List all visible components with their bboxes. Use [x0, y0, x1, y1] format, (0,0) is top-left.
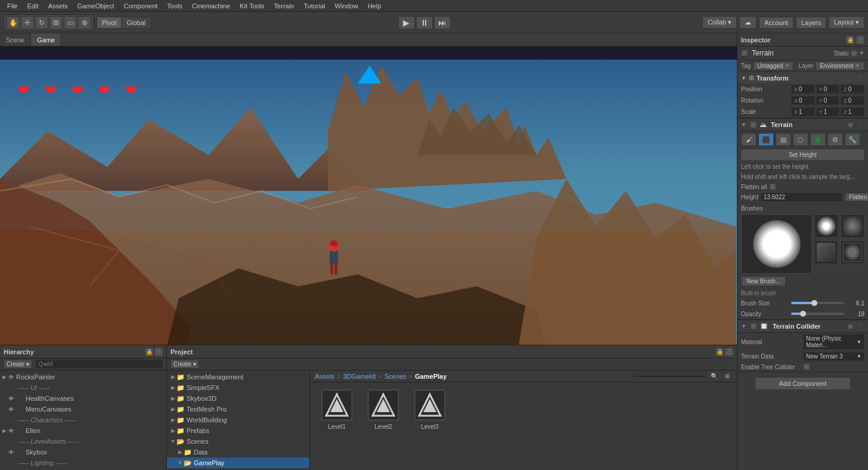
collider-more-btn[interactable]: ⋮: [856, 323, 864, 330]
play-btn[interactable]: ▶: [398, 16, 415, 29]
terrain-height-btn[interactable]: ⬛: [758, 133, 774, 146]
terrain-settings-tool-btn[interactable]: 🔧: [845, 133, 860, 146]
menu-assets[interactable]: Assets: [44, 2, 73, 10]
menu-gameobject[interactable]: GameObject: [73, 2, 119, 10]
inspector-menu-btn[interactable]: ⋮: [856, 36, 864, 44]
menu-terrain[interactable]: Terrain: [269, 2, 299, 10]
main-brush-preview[interactable]: [741, 214, 812, 274]
content-search-icon[interactable]: 🔍: [708, 373, 720, 379]
terrain-more-btn[interactable]: ⋮: [856, 122, 864, 128]
terrain-enabled-check[interactable]: ✓: [750, 121, 757, 128]
menu-kittools[interactable]: Kit Tools: [235, 2, 269, 10]
rot-y-field[interactable]: Y 0: [816, 96, 840, 105]
project-lock-btn[interactable]: 🔒: [715, 348, 724, 356]
new-brush-button[interactable]: New Brush...: [741, 276, 786, 286]
pivot-btn[interactable]: Pivot: [97, 17, 122, 28]
terrain-smooth-btn[interactable]: ▤: [776, 133, 791, 146]
project-menu-btn[interactable]: ⋮: [725, 348, 733, 356]
terrain-paint-btn[interactable]: 🖌: [741, 133, 757, 146]
pt-skybox3d[interactable]: ▶ 📁 Skybox3D: [167, 393, 309, 404]
pos-z-field[interactable]: Z 0: [841, 85, 864, 94]
breadcrumb-3dgamekit[interactable]: 3DGamekit: [343, 373, 376, 380]
menu-edit[interactable]: Edit: [23, 2, 44, 10]
h-item-menucanvases[interactable]: 👁 MenuCanvases: [0, 404, 166, 415]
breadcrumb-assets[interactable]: Assets: [315, 373, 334, 380]
layers-btn[interactable]: Layers: [796, 17, 826, 29]
scene-tab[interactable]: Scene: [0, 33, 31, 46]
hand-tool-btn[interactable]: ✋: [7, 16, 20, 29]
h-item-ellen[interactable]: ▶ 👁 Ellen: [0, 425, 166, 436]
global-btn[interactable]: Global: [122, 17, 150, 28]
hierarchy-menu-btn[interactable]: ⋮: [154, 348, 163, 356]
tag-dropdown[interactable]: Untagged ▼: [753, 61, 793, 70]
flatten-button[interactable]: Flatten: [845, 193, 868, 202]
brush-small-1[interactable]: [814, 214, 838, 238]
menu-cinemachine[interactable]: Cinemachine: [187, 2, 235, 10]
collider-settings-btn[interactable]: ⚙: [847, 323, 854, 330]
asset-level3[interactable]: Level3: [409, 388, 451, 430]
menu-tools[interactable]: Tools: [162, 2, 187, 10]
pt-simpleSFX[interactable]: ▶ 📁 SimpleSFX: [167, 382, 309, 393]
terrain-detail-btn[interactable]: ⚙: [827, 133, 843, 146]
asset-level2[interactable]: Level2: [362, 388, 404, 430]
menu-component[interactable]: Component: [119, 2, 162, 10]
terrain-stamp-btn[interactable]: ⬡: [793, 133, 808, 146]
layer-dropdown[interactable]: Environment ▼: [816, 61, 864, 70]
account-btn[interactable]: Account: [759, 17, 793, 29]
pt-textmesh[interactable]: ▶ 📁 TextMesh Pro: [167, 404, 309, 415]
terrain-data-dropdown[interactable]: New Terrain 3 ▼: [803, 352, 864, 361]
brush-small-3[interactable]: [841, 214, 864, 238]
transform-tool-btn[interactable]: ⊕: [78, 16, 91, 29]
flatten-checkbox[interactable]: ✓: [769, 183, 776, 190]
h-item-rockpainter[interactable]: ▶ 👁 RocksPainter: [0, 372, 166, 382]
pause-btn[interactable]: ⏸: [416, 16, 433, 29]
scale-tool-btn[interactable]: ⊞: [49, 16, 63, 29]
menu-window[interactable]: Window: [330, 2, 363, 10]
pos-x-field[interactable]: X 0: [791, 85, 815, 94]
object-active-toggle[interactable]: ✓: [741, 50, 748, 57]
h-item-healthcanvases[interactable]: 👁 HealthCanvases: [0, 393, 166, 404]
static-dropdown[interactable]: ▼: [859, 50, 864, 56]
scl-z-field[interactable]: Z 1: [841, 107, 864, 116]
transform-header[interactable]: ▼ ⊞ Transform ⋮: [737, 72, 868, 84]
brush-small-4[interactable]: [841, 240, 864, 264]
set-height-button[interactable]: Set Height: [741, 149, 864, 160]
inspector-lock-btn[interactable]: 🔒: [846, 36, 854, 44]
content-grid-btn[interactable]: ⊞: [723, 373, 732, 379]
rot-z-field[interactable]: Z 0: [841, 96, 864, 105]
terrain-component-header[interactable]: ▼ ✓ ⛰ Terrain ⚙ ⋮: [737, 118, 868, 131]
menu-file[interactable]: File: [2, 2, 23, 10]
move-tool-btn[interactable]: ✛: [21, 16, 34, 29]
breadcrumb-scenes[interactable]: Scenes: [385, 373, 407, 380]
rot-x-field[interactable]: X 0: [791, 96, 815, 105]
pt-prefabs[interactable]: ▶ 📁 Prefabs: [167, 425, 309, 436]
step-btn[interactable]: ⏭: [434, 16, 451, 29]
pt-scenemanagement[interactable]: ▶ 📁 SceneManagement: [167, 372, 309, 382]
collab-btn[interactable]: Collab ▾: [702, 16, 737, 29]
scl-y-field[interactable]: Y 1: [816, 107, 840, 116]
enable-tree-checkbox[interactable]: ✓: [803, 363, 810, 370]
scene-viewport[interactable]: Display 1 Free Aspect Scale 1x Maximize …: [0, 47, 737, 345]
rect-tool-btn[interactable]: ▭: [64, 16, 77, 29]
cloud-btn[interactable]: ☁: [739, 16, 757, 29]
brush-size-slider[interactable]: [791, 302, 844, 304]
opacity-slider[interactable]: [791, 313, 844, 315]
pt-worldbuilding[interactable]: ▶ 📁 WorldBuilding: [167, 415, 309, 425]
menu-tutorial[interactable]: Tutorial: [299, 2, 330, 10]
terrain-settings-btn[interactable]: ⚙: [847, 122, 854, 128]
project-create-btn[interactable]: Create ▾: [170, 360, 199, 369]
pt-gameplay[interactable]: ▼ 📂 GamePlay: [167, 457, 309, 468]
pt-scenes[interactable]: ▼ 📂 Scenes: [167, 436, 309, 447]
height-input[interactable]: [761, 193, 842, 202]
transform-settings[interactable]: ⋮: [856, 75, 864, 81]
game-tab[interactable]: Game: [31, 33, 61, 46]
scl-x-field[interactable]: X 1: [791, 107, 815, 116]
h-item-skybox[interactable]: 👁 Skybox: [0, 447, 166, 457]
add-component-button[interactable]: Add Component: [755, 377, 851, 390]
terrain-collider-header[interactable]: ▼ ✓ 🔲 Terrain Collider ⚙ ⋮: [737, 320, 868, 333]
layout-btn[interactable]: Layout ▾: [829, 16, 864, 29]
material-dropdown[interactable]: None (Physic Materi... ▼: [803, 334, 864, 350]
hierarchy-create-btn[interactable]: Create ▾: [4, 360, 32, 369]
static-checkbox[interactable]: ✓: [851, 50, 857, 57]
asset-level1[interactable]: Level1: [316, 388, 358, 430]
